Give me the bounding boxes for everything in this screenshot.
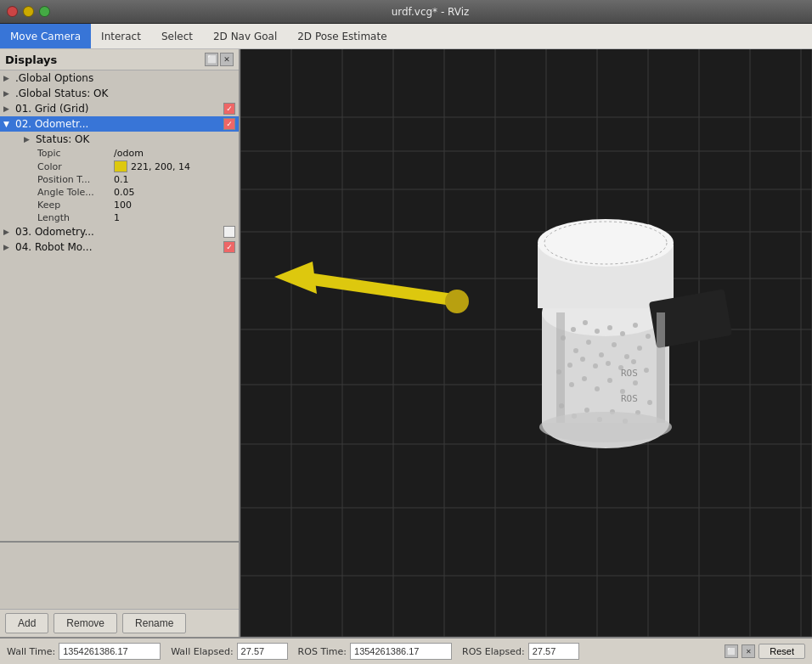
svg-point-43 (633, 323, 638, 328)
tree-panel[interactable]: ▶ .Global Options ▶ .Global Status: OK ▶… (0, 70, 239, 541)
main-area: Displays ⬜ ✕ ▶ .Global Options ▶ .Global… (0, 49, 812, 637)
svg-point-57 (631, 359, 636, 364)
minimize-button[interactable] (23, 6, 34, 17)
svg-point-51 (582, 376, 587, 381)
svg-point-47 (583, 320, 588, 325)
svg-point-27 (445, 290, 469, 313)
displays-header: Displays ⬜ ✕ (0, 49, 239, 70)
odometry2-checkbox[interactable] (223, 118, 235, 130)
window-title: urdf.vcg* - RViz (55, 6, 805, 18)
expand-icon: ▶ (3, 228, 15, 236)
svg-point-37 (586, 340, 591, 345)
ros-elapsed-label: ROS Elapsed: (462, 646, 525, 657)
svg-point-44 (620, 331, 625, 336)
prop-value-length: 1 (114, 212, 120, 223)
item-label: Status: OK (36, 133, 235, 145)
wall-elapsed-label: Wall Elapsed: (171, 646, 233, 657)
svg-point-61 (580, 357, 585, 362)
svg-point-38 (599, 352, 604, 357)
reset-button[interactable]: Reset (758, 644, 805, 659)
prop-color: Color 221, 200, 14 (0, 160, 239, 173)
svg-rect-73 (657, 312, 665, 423)
menu-2d-nav-goal[interactable]: 2D Nav Goal (203, 24, 287, 48)
wall-time-field: Wall Time: (7, 643, 161, 660)
prop-label-keep: Keep (37, 200, 114, 211)
wall-time-label: Wall Time: (7, 646, 55, 657)
menu-select[interactable]: Select (151, 24, 203, 48)
color-swatch[interactable] (114, 160, 127, 172)
grid-checkbox[interactable] (223, 103, 235, 115)
svg-text:ROS: ROS (621, 393, 638, 404)
prop-length: Length 1 (0, 211, 239, 224)
tree-item-odometry2[interactable]: ▼ 02. Odometr... (0, 116, 239, 132)
menu-move-camera[interactable]: Move Camera (0, 24, 91, 48)
svg-point-33 (538, 219, 674, 267)
menu-interact[interactable]: Interact (91, 24, 151, 48)
svg-point-40 (624, 354, 629, 359)
expand-icon: ▶ (24, 135, 36, 143)
tree-item-grid[interactable]: ▶ 01. Grid (Grid) (0, 101, 239, 116)
tree-item-global-status[interactable]: ▶ .Global Status: OK (0, 86, 239, 101)
svg-point-46 (595, 329, 600, 334)
prop-value-position-t: 0.1 (114, 174, 129, 185)
prop-label-topic: Topic (37, 148, 114, 159)
bottom-buttons: Add Remove Rename (0, 609, 239, 637)
add-button[interactable]: Add (5, 613, 48, 633)
panel-icon-2[interactable]: ✕ (220, 53, 234, 66)
svg-point-65 (584, 408, 589, 413)
prop-value-keep: 100 (114, 200, 132, 211)
expand-icon: ▼ (3, 120, 15, 128)
svg-text:ROS: ROS (621, 368, 638, 379)
panel-icon-1[interactable]: ⬜ (205, 53, 218, 66)
robot-model-checkbox[interactable] (223, 241, 235, 253)
statusbar: Wall Time: Wall Elapsed: ROS Time: ROS E… (0, 637, 812, 664)
svg-point-48 (571, 327, 576, 332)
viewport[interactable]: ROS ROS (240, 49, 812, 637)
tree-item-global-options[interactable]: ▶ .Global Options (0, 70, 239, 86)
titlebar: urdf.vcg* - RViz (0, 0, 812, 24)
expand-icon: ▶ (3, 243, 15, 251)
left-panel: Displays ⬜ ✕ ▶ .Global Options ▶ .Global… (0, 49, 240, 637)
prop-keep: Keep 100 (0, 199, 239, 211)
tree-item-robot-model[interactable]: ▶ 04. Robot Mo... (0, 239, 239, 255)
prop-topic: Topic /odom (0, 147, 239, 160)
item-label: 04. Robot Mo... (15, 241, 222, 253)
prop-label-color: Color (37, 161, 114, 172)
prop-value-angle-tole: 0.05 (114, 187, 135, 198)
status-icon-2[interactable]: ✕ (742, 644, 755, 658)
wall-elapsed-input[interactable] (237, 643, 288, 660)
ros-time-input[interactable] (350, 643, 452, 660)
item-label: .Global Options (15, 72, 235, 84)
svg-point-45 (607, 325, 612, 330)
tree-item-odometry3[interactable]: ▶ 03. Odometry... (0, 224, 239, 239)
item-label: .Global Status: OK (15, 87, 235, 99)
prop-label-position-t: Position T... (37, 174, 114, 185)
close-button[interactable] (7, 6, 18, 17)
expand-icon: ▶ (3, 104, 15, 113)
prop-value-topic: /odom (114, 148, 144, 159)
odometry3-checkbox[interactable] (223, 226, 235, 238)
item-label: 03. Odometry... (15, 226, 222, 238)
lower-properties-panel (0, 541, 239, 609)
wall-elapsed-field: Wall Elapsed: (171, 643, 287, 660)
svg-rect-0 (240, 49, 812, 637)
svg-rect-72 (556, 312, 565, 423)
svg-point-39 (612, 342, 617, 347)
maximize-button[interactable] (39, 6, 50, 17)
ros-elapsed-input[interactable] (528, 643, 579, 660)
ros-time-label: ROS Time: (298, 646, 347, 657)
item-label: 02. Odometr... (15, 118, 222, 130)
menu-2d-pose-estimate[interactable]: 2D Pose Estimate (287, 24, 397, 48)
rename-button[interactable]: Rename (122, 613, 186, 633)
svg-point-56 (644, 368, 649, 373)
svg-point-70 (647, 400, 652, 405)
expand-icon: ▶ (3, 89, 15, 98)
prop-position-t: Position T... 0.1 (0, 173, 239, 186)
remove-button[interactable]: Remove (54, 613, 117, 633)
tree-item-status-ok[interactable]: ▶ Status: OK (0, 132, 239, 147)
svg-point-52 (595, 386, 600, 391)
prop-label-length: Length (37, 212, 114, 223)
wall-time-input[interactable] (59, 643, 161, 660)
prop-value-color: 221, 200, 14 (114, 160, 190, 172)
status-icon-1[interactable]: ⬜ (725, 644, 738, 658)
